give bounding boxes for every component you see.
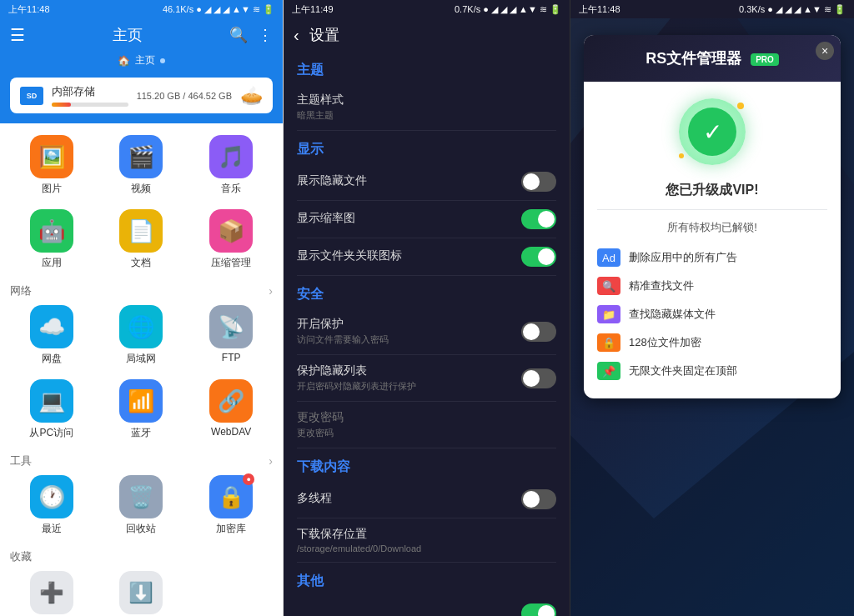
video-label: 视频 <box>131 182 151 196</box>
enable-protection-item[interactable]: 开启保护 访问文件需要输入密码 <box>297 308 556 355</box>
grid-item-apps[interactable]: 🤖 应用 <box>16 204 87 275</box>
enable-protection-toggle[interactable] <box>521 322 556 342</box>
main-grid-scroll: 🖼️ 图片 🎬 视频 🎵 音乐 🤖 应用 📄 <box>0 123 283 616</box>
show-folder-icon-title: 显示文件夹关联图标 <box>297 248 402 263</box>
feature-item-5: 📌 无限文件夹固定在顶部 <box>584 357 841 385</box>
cloud-label: 网盘 <box>42 352 62 366</box>
photos-label: 图片 <box>42 182 62 196</box>
lan-label: 局域网 <box>126 352 156 366</box>
show-thumbnail-left: 显示缩率图 <box>297 211 355 228</box>
close-button[interactable]: × <box>816 42 834 60</box>
vip-check-area: ✓ <box>584 82 841 182</box>
grid-item-photos[interactable]: 🖼️ 图片 <box>16 130 87 201</box>
download-location-item[interactable]: 下载保存位置 /storage/emulated/0/Download <box>297 518 556 563</box>
show-folder-icon-toggle[interactable] <box>521 247 556 267</box>
grid-item-empty <box>196 566 267 616</box>
protect-hidden-sub: 开启密码对隐藏列表进行保护 <box>297 380 416 393</box>
storage-bar-wrap <box>52 103 128 107</box>
grid-item-webdav[interactable]: 🔗 WebDAV <box>196 374 267 445</box>
storage-bar-fill <box>52 103 71 107</box>
ftp-label: FTP <box>222 352 241 363</box>
show-hidden-toggle[interactable] <box>521 172 556 192</box>
tools-title: 工具 <box>10 453 32 468</box>
grid-item-add[interactable]: ➕ 添加 <box>16 566 87 616</box>
trash-icon: 🗑️ <box>119 475 163 518</box>
show-thumbnail-toggle[interactable] <box>521 209 556 229</box>
ftp-icon: 📡 <box>209 305 253 348</box>
show-hidden-title: 展示隐藏文件 <box>297 173 367 188</box>
download-icon: ⬇️ <box>119 571 163 614</box>
show-thumbnail-item[interactable]: 显示缩率图 <box>297 201 556 238</box>
vip-header: RS文件管理器 PRO × <box>584 35 841 82</box>
search-icon[interactable]: 🔍 <box>229 26 248 44</box>
grid-item-bluetooth[interactable]: 📶 蓝牙 <box>106 374 177 445</box>
show-hidden-item[interactable]: 展示隐藏文件 <box>297 163 556 201</box>
webdav-icon: 🔗 <box>209 379 253 423</box>
grid-item-vault[interactable]: 🔒 ● 加密库 <box>196 470 267 541</box>
pro-badge: PRO <box>751 53 779 66</box>
show-folder-icon-item[interactable]: 显示文件夹关联图标 <box>297 238 556 276</box>
theme-style-left: 主题样式 暗黑主题 <box>297 93 344 122</box>
hamburger-icon[interactable]: ☰ <box>10 25 25 45</box>
other-toggle[interactable] <box>521 603 556 616</box>
top-bar-1: ☰ 主页 🔍 ⋮ <box>0 18 283 52</box>
change-password-item[interactable]: 更改密码 更改密码 <box>297 402 556 448</box>
grid-item-pc[interactable]: 💻 从PC访问 <box>16 374 87 445</box>
pc-icon: 💻 <box>30 379 73 423</box>
cloud-icon: ☁️ <box>30 305 73 348</box>
grid-item-music[interactable]: 🎵 音乐 <box>196 130 267 201</box>
grid-item-recent[interactable]: 🕐 最近 <box>16 470 87 541</box>
grid-item-lan[interactable]: 🌐 局域网 <box>106 300 177 371</box>
grid-item-download[interactable]: ⬇️ 下载 <box>106 566 177 616</box>
add-fav-icon: ➕ <box>30 571 73 614</box>
feature-icon-5: 📌 <box>597 362 620 380</box>
download-section-title: 下载内容 <box>297 458 556 476</box>
grid-item-trash[interactable]: 🗑️ 回收站 <box>106 470 177 541</box>
other-toggle-item[interactable] <box>297 595 556 616</box>
display-section-title: 显示 <box>297 141 556 158</box>
dot-indicator <box>160 58 165 63</box>
grid-item-ftp[interactable]: 📡 FTP <box>196 300 267 371</box>
status-icons-1: 46.1K/s ● ◢ ◢ ◢ ▲▼ ≋ 🔋 <box>163 4 274 15</box>
grid-item-cloud[interactable]: ☁️ 网盘 <box>16 300 87 371</box>
subtitle-label: 主页 <box>135 53 155 68</box>
network-chevron[interactable]: › <box>269 284 273 298</box>
pie-chart-icon: 🥧 <box>240 85 263 107</box>
theme-style-item[interactable]: 主题样式 暗黑主题 <box>297 84 556 131</box>
multithread-item[interactable]: 多线程 <box>297 481 556 518</box>
grid-item-docs[interactable]: 📄 文档 <box>106 204 177 275</box>
storage-card[interactable]: SD 内部存储 115.20 GB / 464.52 GB 🥧 <box>0 73 283 123</box>
tools-chevron[interactable]: › <box>269 454 273 468</box>
bg-dark: CA RS文件管理器 PRO × ✓ 您已升级成VIP! 所有特权均已解锁! <box>570 18 854 616</box>
feature-icon-4: 🔒 <box>597 333 620 352</box>
grid-row-2: 🤖 应用 📄 文档 📦 压缩管理 <box>7 204 276 275</box>
protect-hidden-item[interactable]: 保护隐藏列表 开启密码对隐藏列表进行保护 <box>297 355 556 402</box>
feature-text-4: 128位文件加密 <box>629 335 701 350</box>
protect-hidden-toggle[interactable] <box>521 368 556 388</box>
network-grid: ☁️ 网盘 🌐 局域网 📡 FTP 💻 从PC访问 📶 <box>0 300 283 445</box>
lan-icon: 🌐 <box>119 305 163 348</box>
grid-item-video[interactable]: 🎬 视频 <box>106 130 177 201</box>
check-mark: ✓ <box>688 108 736 156</box>
tools-row: 🕐 最近 🗑️ 回收站 🔒 ● 加密库 <box>7 470 276 541</box>
feature-item-2: 🔍 精准查找文件 <box>584 272 841 300</box>
home-icon-small: 🏠 <box>118 55 130 67</box>
grid-item-archive[interactable]: 📦 压缩管理 <box>196 204 267 275</box>
docs-icon: 📄 <box>119 209 163 253</box>
vip-title: RS文件管理器 PRO <box>646 50 779 67</box>
more-icon[interactable]: ⋮ <box>258 26 273 44</box>
show-hidden-left: 展示隐藏文件 <box>297 173 367 190</box>
docs-label: 文档 <box>131 256 151 270</box>
status-icons-3: 0.3K/s ● ◢ ◢ ◢ ▲▼ ≋ 🔋 <box>739 4 846 15</box>
feature-icon-3: 📁 <box>597 305 620 323</box>
download-location-title: 下载保存位置 <box>297 527 556 542</box>
back-button[interactable]: ‹ <box>294 26 299 45</box>
storage-info: 内部存储 <box>52 84 128 107</box>
multithread-toggle[interactable] <box>521 489 556 509</box>
favorites-grid: ➕ 添加 ⬇️ 下载 <box>0 566 283 616</box>
theme-style-title: 主题样式 <box>297 93 344 108</box>
vault-icon: 🔒 ● <box>209 475 253 518</box>
check-circle: ✓ <box>679 98 746 165</box>
video-icon: 🎬 <box>119 135 163 178</box>
protect-hidden-title: 保护隐藏列表 <box>297 363 416 378</box>
